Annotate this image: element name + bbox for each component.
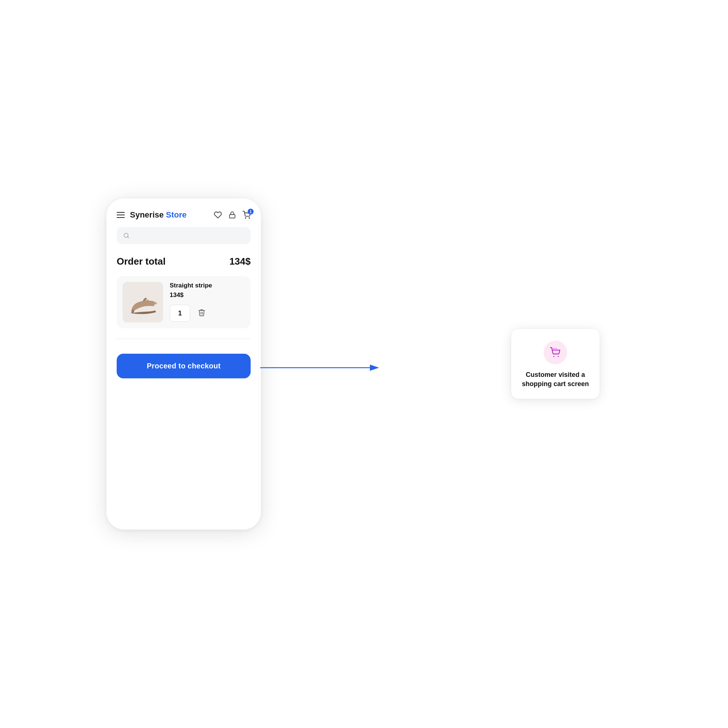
cart-item-image	[122, 282, 163, 323]
connector-arrow	[260, 360, 385, 375]
svg-point-7	[553, 356, 554, 357]
info-card-text: Customer visited a shopping cart screen	[520, 370, 591, 388]
menu-icon[interactable]	[117, 212, 125, 218]
header-left: Synerise Store	[117, 210, 187, 220]
svg-point-9	[553, 348, 554, 349]
svg-point-11	[556, 348, 557, 349]
svg-rect-0	[229, 214, 235, 218]
app-header: Synerise Store	[117, 210, 251, 220]
shoe-image	[126, 286, 159, 319]
scene: Synerise Store	[106, 106, 622, 622]
order-total-row: Order total 134$	[117, 256, 251, 267]
brand-name: Synerise Store	[130, 210, 187, 220]
order-total-label: Order total	[117, 256, 166, 267]
cart-item-price: 134$	[170, 292, 245, 299]
header-icons: 1	[214, 211, 251, 219]
search-bar[interactable]	[117, 227, 251, 244]
divider	[117, 339, 251, 339]
svg-point-1	[245, 217, 246, 218]
search-icon	[123, 232, 130, 239]
cart-item: Straight stripe 134$ 1	[117, 276, 251, 328]
cart-item-controls: 1	[170, 305, 245, 322]
lock-icon[interactable]	[229, 211, 236, 219]
svg-point-8	[558, 356, 559, 357]
quantity-input[interactable]: 1	[170, 305, 190, 322]
info-card: Customer visited a shopping cart screen	[511, 329, 600, 399]
svg-point-10	[555, 348, 555, 349]
search-input[interactable]	[133, 232, 244, 239]
cart-icon[interactable]: 1	[243, 211, 251, 219]
order-total-value: 134$	[229, 256, 251, 267]
svg-line-4	[127, 237, 128, 238]
phone-mockup: Synerise Store	[106, 198, 261, 530]
cart-item-name: Straight stripe	[170, 282, 245, 289]
cart-item-details: Straight stripe 134$ 1	[170, 282, 245, 322]
wishlist-icon[interactable]	[214, 211, 222, 219]
checkout-button[interactable]: Proceed to checkout	[117, 354, 251, 378]
cart-badge: 1	[248, 209, 254, 214]
cart-event-icon-bg	[544, 341, 567, 364]
svg-point-2	[249, 217, 249, 218]
cart-event-icon	[549, 347, 561, 358]
delete-item-icon[interactable]	[198, 309, 206, 318]
